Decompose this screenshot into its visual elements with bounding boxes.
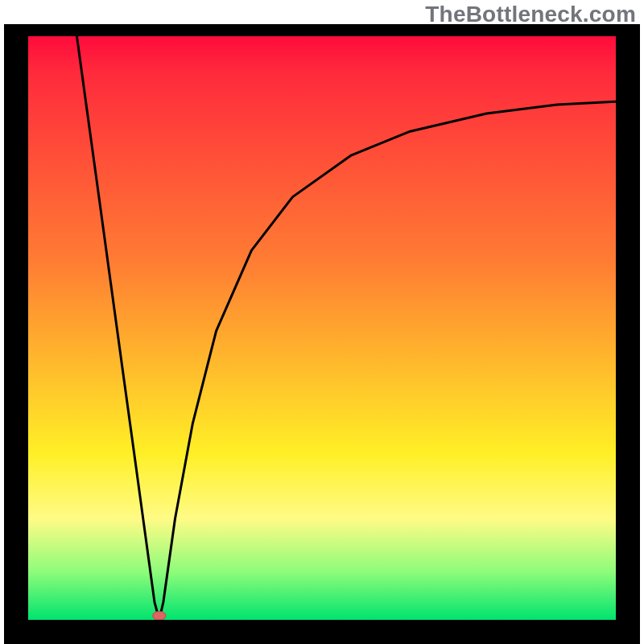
chart-svg: [4, 24, 640, 644]
bottleneck-chart: [4, 24, 640, 644]
minimum-marker: [153, 612, 166, 620]
